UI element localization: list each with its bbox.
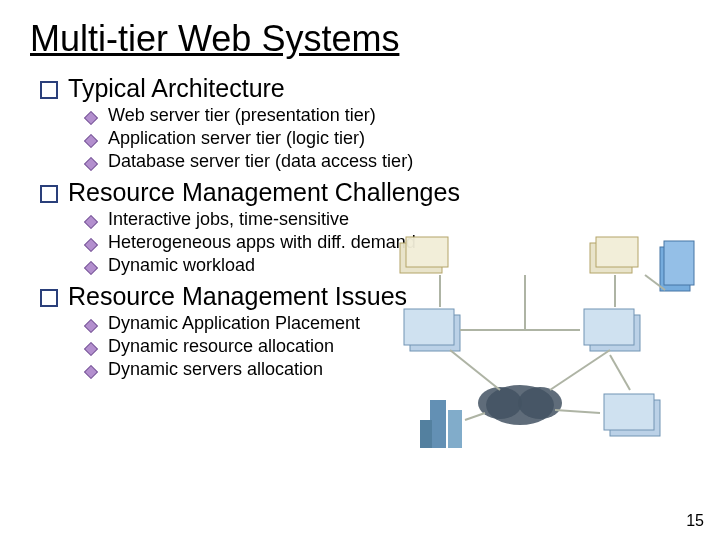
list-item-text: Web server tier (presentation tier) xyxy=(108,105,376,126)
list-item: Interactive jobs, time-sensitive xyxy=(86,209,690,230)
square-bullet-icon xyxy=(40,289,58,307)
architecture-diagram-icon xyxy=(390,235,700,465)
list-item-text: Dynamic Application Placement xyxy=(108,313,360,334)
diamond-bullet-icon xyxy=(84,238,98,252)
svg-rect-15 xyxy=(420,420,432,448)
diamond-bullet-icon xyxy=(84,157,98,171)
diamond-bullet-icon xyxy=(84,319,98,333)
section-heading: Resource Management Challenges xyxy=(40,178,690,207)
list-item-text: Dynamic servers allocation xyxy=(108,359,323,380)
list-item: Database server tier (data access tier) xyxy=(86,151,690,172)
list-item-text: Interactive jobs, time-sensitive xyxy=(108,209,349,230)
diamond-bullet-icon xyxy=(84,111,98,125)
section-heading-text: Typical Architecture xyxy=(68,74,285,103)
section-heading-text: Resource Management Issues xyxy=(68,282,407,311)
list-item: Web server tier (presentation tier) xyxy=(86,105,690,126)
diamond-bullet-icon xyxy=(84,365,98,379)
page-number: 15 xyxy=(686,512,704,530)
svg-point-11 xyxy=(478,387,522,419)
svg-rect-13 xyxy=(430,400,446,448)
list-item-text: Application server tier (logic tier) xyxy=(108,128,365,149)
list-item-text: Dynamic resource allocation xyxy=(108,336,334,357)
svg-rect-5 xyxy=(664,241,694,285)
diamond-bullet-icon xyxy=(84,261,98,275)
svg-rect-17 xyxy=(604,394,654,430)
svg-line-22 xyxy=(450,350,500,390)
svg-point-12 xyxy=(518,387,562,419)
slide-title: Multi-tier Web Systems xyxy=(30,18,690,60)
diamond-bullet-icon xyxy=(84,215,98,229)
diamond-bullet-icon xyxy=(84,342,98,356)
square-bullet-icon xyxy=(40,185,58,203)
svg-rect-9 xyxy=(584,309,634,345)
svg-line-24 xyxy=(610,355,630,390)
diamond-bullet-icon xyxy=(84,134,98,148)
svg-rect-3 xyxy=(596,237,638,267)
svg-rect-1 xyxy=(406,237,448,267)
section-heading-text: Resource Management Challenges xyxy=(68,178,460,207)
list-item-text: Dynamic workload xyxy=(108,255,255,276)
square-bullet-icon xyxy=(40,81,58,99)
svg-line-26 xyxy=(465,413,485,420)
list-item-text: Heterogeneous apps with diff. demand xyxy=(108,232,416,253)
svg-rect-7 xyxy=(404,309,454,345)
svg-line-23 xyxy=(550,350,610,390)
svg-rect-14 xyxy=(448,410,462,448)
section-heading: Typical Architecture xyxy=(40,74,690,103)
svg-line-25 xyxy=(555,410,600,413)
list-item-text: Database server tier (data access tier) xyxy=(108,151,413,172)
list-item: Application server tier (logic tier) xyxy=(86,128,690,149)
